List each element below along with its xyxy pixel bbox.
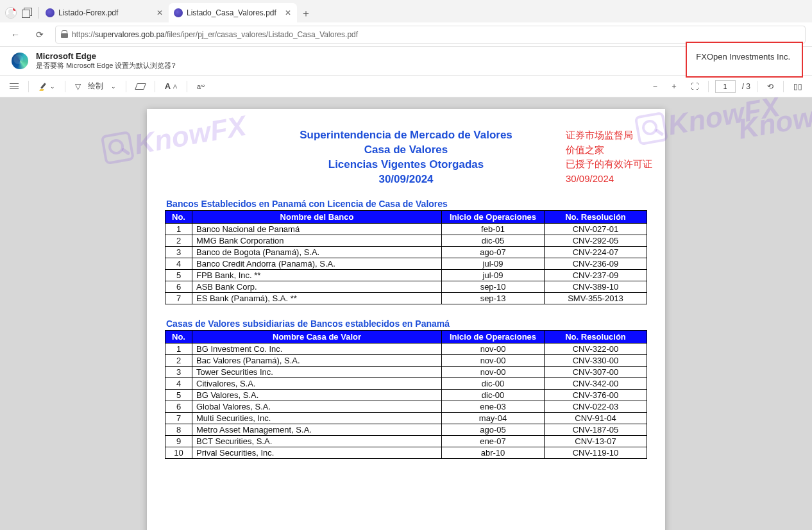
refresh-button[interactable]: ⟳ (31, 26, 49, 44)
col-start: Inicio de Operaciones (442, 330, 545, 343)
table-row: 5FPB Bank, Inc. **jul-09CNV-237-09 (165, 269, 647, 281)
cell-res: CNV-119-10 (545, 447, 647, 458)
pdf-toolbar: ⌄ ▽ 绘制 ⌄ AA a༄ − ＋ ⛶ / 3 ⟲ ▯▯ (0, 76, 812, 97)
col-no: No. (165, 330, 192, 343)
page-number-input[interactable] (715, 80, 736, 93)
table-row: 6Global Valores, S.A.ene-03CNV-022-03 (165, 401, 647, 412)
zoom-out-button[interactable]: − (650, 80, 661, 93)
table-row: 7ES Bank (Panamá), S.A. **sep-13SMV-355-… (165, 292, 647, 304)
table-row: 4Citivalores, S.A.dic-00CNV-342-00 (165, 377, 647, 389)
cell-res: CNV-13-07 (545, 435, 647, 447)
cell-no: 6 (165, 281, 192, 292)
cell-no: 3 (165, 366, 192, 377)
cell-res: CNV-292-05 (545, 235, 647, 246)
cell-no: 1 (165, 223, 192, 235)
table-row: 3Banco de Bogota (Panamá), S.A.ago-07CNV… (165, 246, 647, 258)
url-field[interactable]: https://supervalores.gob.pa/files/iper/p… (55, 26, 806, 44)
col-no: No. (165, 210, 192, 223)
col-res: No. Resolución (545, 330, 647, 343)
cell-res: CNV-236-09 (545, 258, 647, 269)
table-row: 8Metro Asset Management, S.A.ago-05CNV-1… (165, 424, 647, 435)
cell-start: abr-10 (442, 447, 545, 458)
tab-listado-forex[interactable]: Listado-Forex.pdf ✕ (40, 3, 169, 22)
table-bancos: No. Nombre del Banco Inicio de Operacion… (165, 210, 647, 304)
cell-no: 10 (165, 447, 192, 458)
cell-res: CNV-376-00 (545, 389, 647, 401)
cell-name: MMG Bank Corporation (192, 235, 442, 246)
cell-res: CNV-342-00 (545, 377, 647, 389)
cell-no: 7 (165, 292, 192, 304)
cell-no: 4 (165, 258, 192, 269)
cell-name: Tower Securities Inc. (192, 366, 442, 377)
cell-start: dic-00 (442, 389, 545, 401)
rotate-button[interactable]: ⟲ (764, 80, 777, 93)
cell-name: BG Investment Co. Inc. (192, 343, 442, 354)
table-row: 5BG Valores, S.A.dic-00CNV-376-00 (165, 389, 647, 401)
col-name: Nombre del Banco (192, 210, 442, 223)
highlight-button[interactable]: ⌄ (35, 80, 58, 93)
zoom-in-button[interactable]: ＋ (667, 79, 681, 94)
cell-no: 2 (165, 354, 192, 366)
cell-start: sep-13 (442, 292, 545, 304)
cell-start: ago-07 (442, 246, 545, 258)
new-tab-button[interactable]: ＋ (297, 4, 315, 22)
watermark: KnowFX (634, 97, 782, 147)
page-total: / 3 (742, 82, 750, 91)
cell-start: ene-03 (442, 401, 545, 412)
cell-name: Citivalores, S.A. (192, 377, 442, 389)
cell-start: dic-00 (442, 377, 545, 389)
cell-res: CNV-224-07 (545, 246, 647, 258)
cell-name: ASB Bank Corp. (192, 281, 442, 292)
cell-start: ene-07 (442, 435, 545, 447)
cell-name: BG Valores, S.A. (192, 389, 442, 401)
cell-start: nov-00 (442, 366, 545, 377)
text-size-button[interactable]: AA (162, 79, 180, 93)
lock-icon (61, 31, 68, 38)
erase-button[interactable] (133, 81, 148, 92)
table-row: 2Bac Valores (Panamá), S.A.nov-00CNV-330… (165, 354, 647, 366)
table-row: 6ASB Bank Corp.sep-10CNV-389-10 (165, 281, 647, 292)
cell-start: jul-09 (442, 269, 545, 281)
tab-strip: Listado-Forex.pdf ✕ Listado_Casa_Valores… (40, 0, 315, 22)
promo-title: Microsoft Edge (36, 51, 176, 61)
table-casas-valores: No. Nombre Casa de Valor Inicio de Opera… (165, 330, 647, 459)
cell-name: Prival Securities, Inc. (192, 447, 442, 458)
cell-name: Global Valores, S.A. (192, 401, 442, 412)
table-of-contents-button[interactable] (6, 81, 22, 92)
cell-no: 9 (165, 435, 192, 447)
workspaces-icon[interactable] (22, 8, 32, 18)
cell-start: jul-09 (442, 258, 545, 269)
table-row: 10Prival Securities, Inc.abr-10CNV-119-1… (165, 447, 647, 458)
close-icon[interactable]: ✕ (284, 9, 292, 17)
cell-no: 5 (165, 269, 192, 281)
cell-res: CNV-307-00 (545, 366, 647, 377)
table-row: 2MMG Bank Corporationdic-05CNV-292-05 (165, 235, 647, 246)
cell-name: ES Bank (Panamá), S.A. ** (192, 292, 442, 304)
draw-button[interactable]: ▽ 绘制 ⌄ (72, 79, 119, 94)
table-row: 4Banco Credit Andorra (Panamá), S.A.jul-… (165, 258, 647, 269)
page-view-button[interactable]: ▯▯ (790, 80, 806, 93)
tab-title: Listado_Casa_Valores.pdf (187, 8, 280, 17)
watermark: KnowFX (736, 97, 812, 145)
pdf-viewer[interactable]: KnowFX KnowFX KnowFX KnowFX KnowFX Super… (0, 97, 812, 530)
profile-avatar-icon[interactable] (5, 7, 17, 19)
read-aloud-button[interactable]: a༄ (194, 81, 208, 92)
cell-res: SMV-355-2013 (545, 292, 647, 304)
cell-name: BCT Securities, S.A. (192, 435, 442, 447)
url-text: https://supervalores.gob.pa/files/iper/p… (72, 30, 800, 39)
promo-subtitle: 是否要将 Microsoft Edge 设置为默认浏览器? (36, 61, 176, 70)
edge-logo-icon (12, 53, 28, 69)
fit-page-button[interactable]: ⛶ (688, 80, 702, 93)
cell-start: may-04 (442, 412, 545, 424)
cell-res: CNV-322-00 (545, 343, 647, 354)
close-icon[interactable]: ✕ (156, 9, 164, 17)
back-button[interactable]: ← (6, 26, 24, 44)
table-row: 1Banco Nacional de Panamáfeb-01CNV-027-0… (165, 223, 647, 235)
table-row: 7Multi Securities, Inc.may-04CNV-91-04 (165, 412, 647, 424)
tab-listado-casa-valores[interactable]: Listado_Casa_Valores.pdf ✕ (169, 3, 297, 22)
window-titlebar: Listado-Forex.pdf ✕ Listado_Casa_Valores… (0, 0, 812, 22)
cell-res: CNV-237-09 (545, 269, 647, 281)
col-start: Inicio de Operaciones (442, 210, 545, 223)
cell-no: 1 (165, 343, 192, 354)
cell-name: Banco Credit Andorra (Panamá), S.A. (192, 258, 442, 269)
